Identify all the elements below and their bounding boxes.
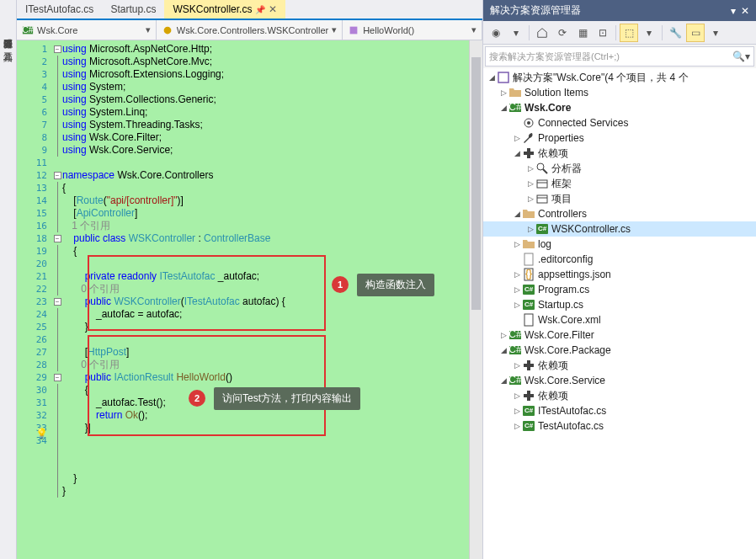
csproj-icon: C# [508,343,522,357]
tree-item[interactable]: ▷log [483,237,756,252]
code-content[interactable]: using Microsoft.AspNetCore.Http; using M… [62,40,469,559]
tree-item[interactable]: ▷C#Program.cs [483,282,756,297]
tree-item[interactable]: ▷项目 [483,191,756,206]
lightbulb-icon[interactable]: 💡 [35,428,48,440]
svg-rect-20 [524,314,533,326]
annotation-badge-1: 1 [332,276,349,293]
tree-item[interactable]: ▷C#Startup.cs [483,297,756,312]
tab-startup[interactable]: Startup.cs [102,0,164,19]
search-icon[interactable]: 🔍 [732,51,745,62]
home-button[interactable] [533,24,551,42]
tree-item[interactable]: ▷依赖项 [483,358,756,373]
tree-item[interactable]: Wsk.Core.xml [483,312,756,327]
more-button[interactable]: ▾ [706,24,725,42]
svg-rect-10 [527,148,530,158]
toolbox-tab[interactable]: 工具箱 [0,39,16,52]
svg-text:C#: C# [508,343,522,355]
svg-point-11 [537,163,544,170]
svg-rect-15 [537,195,547,203]
preview-button[interactable]: ▭ [686,24,705,42]
tree-item[interactable]: ▷分析器 [483,161,756,176]
file-icon [522,253,535,266]
svg-rect-30 [527,391,530,401]
svg-point-2 [163,26,171,34]
wrench-icon [522,131,535,145]
tree-item[interactable]: ▷C#WSKController.cs [483,221,756,237]
tree-item[interactable]: ▷依赖项 [483,388,756,403]
chevron-down-icon: ▾ [146,24,151,35]
dropdown-icon[interactable]: ▾ [731,5,736,17]
vertical-scrollbar[interactable] [469,40,482,559]
annotation-text-1: 构造函数注入 [357,274,434,296]
collapse-button[interactable]: ▾ [640,24,658,42]
line-numbers: 123456789 11121314151618 192021222324252… [17,40,52,559]
close-icon[interactable]: ✕ [741,5,749,17]
json-icon: {} [522,268,535,281]
tree-item[interactable]: ◢C#Wsk.Core.Package [483,343,756,358]
server-explorer-tab[interactable]: 服务器资源管理器 [0,25,16,39]
properties-button[interactable]: 🔧 [666,24,684,42]
tree-item[interactable]: ▷Properties [483,130,756,146]
editor-area: ITestAutofac.cs Startup.cs WSKController… [17,0,482,559]
left-sidebar: 服务器资源管理器 工具箱 [0,0,17,559]
xml-icon [522,313,535,327]
solution-node[interactable]: ◢ 解决方案"Wsk.Core"(4 个项目，共 4 个 [483,70,756,85]
back-button[interactable]: ◉ [487,24,505,42]
nav-bar: C# Wsk.Core▾ Wsk.Core.Controllers.WSKCon… [17,20,482,40]
cs-icon: C# [522,298,535,311]
nav-method[interactable]: HelloWorld()▾ [343,20,482,40]
nav-class[interactable]: Wsk.Core.Controllers.WSKController▾ [157,20,343,40]
pending-changes-button[interactable]: ▦ [573,24,592,42]
svg-line-12 [543,169,547,173]
show-all-button[interactable]: ⬚ [620,24,638,42]
annotation-badge-2: 2 [189,390,205,407]
tree-item[interactable]: ▷框架 [483,176,756,191]
close-icon[interactable]: ✕ [269,3,277,15]
cs-icon: C# [522,419,535,433]
tab-wskcontroller[interactable]: WSKController.cs 📌 ✕ [164,0,285,19]
tree-item[interactable]: .editorconfig [483,252,756,267]
class-icon [162,24,173,36]
solution-search[interactable]: 🔍 ▾ [485,46,754,67]
tree-item[interactable]: ◢C#Wsk.Core.Service [483,373,756,388]
search-input[interactable] [489,51,732,61]
cs-icon: C# [535,222,549,236]
tree-item[interactable]: ◢依赖项 [483,146,756,161]
folder-icon [522,207,535,221]
nav-project[interactable]: C# Wsk.Core▾ [17,20,157,40]
annotation-box-2 [88,335,326,436]
solution-explorer: 解决方案资源管理器 ▾ ✕ ◉ ▾ ⟳ ▦ ⊡ ⬚ ▾ 🔧 ▭ ▾ 🔍 ▾ ◢ … [482,0,756,559]
pkg-icon [535,192,549,205]
chevron-down-icon[interactable]: ▾ [745,51,750,62]
forward-button[interactable]: ▾ [507,24,525,42]
svg-rect-3 [350,26,358,34]
svg-rect-13 [537,180,547,188]
sync-button[interactable]: ⊡ [594,24,612,42]
code-outlining[interactable]: − − − − − [52,40,62,559]
tree-item[interactable]: ▷C#ITestAutofac.cs [483,403,756,418]
svg-rect-4 [498,72,508,83]
cs-icon: C# [522,404,535,418]
pin-icon[interactable]: 📌 [255,5,265,14]
tree-item[interactable]: ◢Controllers [483,206,756,221]
tree-item[interactable]: ▷C#TestAutofac.cs [483,418,756,434]
code-editor[interactable]: 123456789 11121314151618 192021222324252… [17,40,482,559]
tree-item[interactable]: ▷C#Wsk.Core.Filter [483,327,756,343]
tree-item[interactable]: ◢C#Wsk.Core [483,100,756,115]
svg-text:{}: {} [525,268,532,280]
csproj-icon: C# [508,374,522,387]
cs-icon: C# [522,283,535,296]
tree-item[interactable]: ▷Solution Items [483,85,756,100]
tree-item[interactable]: Connected Services [483,115,756,130]
ref-icon [522,389,535,402]
solution-toolbar: ◉ ▾ ⟳ ▦ ⊡ ⬚ ▾ 🔧 ▭ ▾ [483,21,756,45]
tree-item[interactable]: ▷{}appsettings.json [483,267,756,282]
chevron-down-icon: ▾ [471,24,476,35]
svg-text:C#: C# [508,101,522,113]
switch-views-button[interactable]: ⟳ [553,24,572,42]
method-icon [348,24,359,36]
tab-itestautofac[interactable]: ITestAutofac.cs [17,0,102,19]
solution-tree[interactable]: ◢ 解决方案"Wsk.Core"(4 个项目，共 4 个 ▷Solution I… [483,68,756,559]
svg-text:C#: C# [22,24,34,35]
chevron-down-icon: ▾ [332,24,337,35]
